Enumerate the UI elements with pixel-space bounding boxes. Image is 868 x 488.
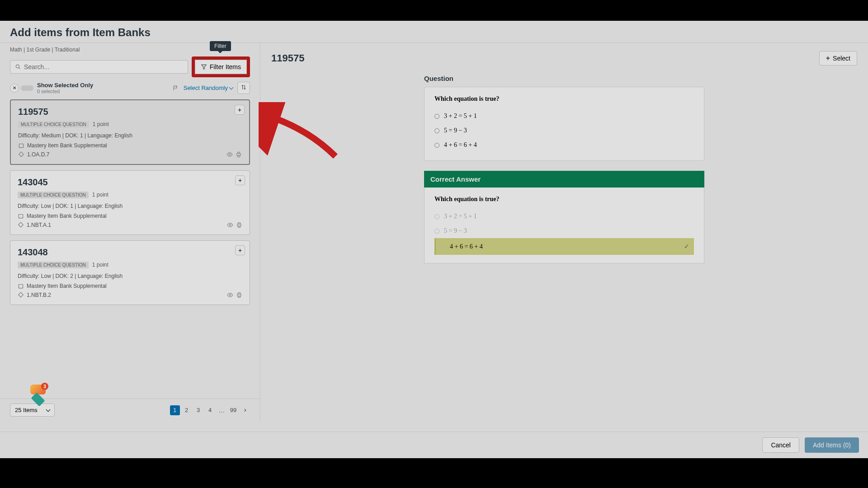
question-text: Which equation is true?	[434, 95, 694, 103]
item-type-badge: MULTIPLE CHOICE QUESTION	[18, 192, 89, 198]
show-selected-toggle[interactable]	[21, 85, 33, 91]
print-icon[interactable]	[236, 222, 242, 228]
pagination-ellipsis: ...	[217, 406, 226, 414]
cancel-button[interactable]: Cancel	[762, 437, 799, 453]
radio-icon	[434, 214, 439, 219]
svg-rect-11	[238, 223, 241, 224]
answer-option: 5 = 9 − 3	[434, 224, 694, 238]
item-id: 143048	[18, 247, 242, 258]
question-box: Which equation is true? 3 + 2 = 5 + 1 5 …	[424, 87, 704, 161]
selected-count: 0 selected	[37, 89, 93, 94]
bank-icon	[18, 142, 24, 149]
question-option[interactable]: 5 = 9 − 3	[434, 123, 694, 138]
item-points: 1 point	[92, 262, 108, 268]
sort-button[interactable]	[237, 82, 250, 94]
radio-icon	[434, 143, 439, 148]
item-meta: Difficulty: Low | DOK: 1 | Language: Eng…	[18, 203, 242, 209]
page-3[interactable]: 3	[193, 405, 203, 415]
svg-rect-5	[237, 154, 241, 156]
svg-point-9	[229, 224, 231, 226]
question-option[interactable]: 4 + 6 = 6 + 4	[434, 138, 694, 152]
select-randomly-dropdown[interactable]: Select Randomly	[184, 84, 233, 91]
tag-icon	[18, 292, 24, 298]
select-item-button[interactable]: + Select	[819, 51, 857, 66]
next-page-button[interactable]	[240, 405, 250, 415]
radio-icon	[434, 114, 439, 119]
question-label: Question	[424, 75, 704, 82]
print-icon[interactable]	[236, 292, 242, 298]
radio-icon	[434, 229, 439, 234]
tag-icon	[18, 222, 24, 228]
page-4[interactable]: 4	[205, 405, 215, 415]
search-input-wrapper[interactable]	[10, 60, 188, 74]
per-page-select[interactable]: 25 Items 3	[10, 404, 55, 417]
eye-icon[interactable]	[227, 222, 233, 228]
radio-icon	[434, 128, 439, 133]
clear-selection-button[interactable]: ✕	[10, 84, 19, 93]
item-card[interactable]: + 143048 MULTIPLE CHOICE QUESTION1 point…	[10, 240, 250, 305]
svg-rect-7	[238, 155, 240, 157]
item-card[interactable]: + 143045 MULTIPLE CHOICE QUESTION1 point…	[10, 170, 250, 235]
chevron-down-icon	[47, 407, 50, 413]
answer-question-text: Which equation is true?	[434, 196, 694, 203]
item-bank: Mastery Item Bank Supplemental	[18, 142, 242, 149]
svg-rect-15	[237, 294, 241, 296]
add-item-button[interactable]: +	[235, 175, 245, 185]
item-bank: Mastery Item Bank Supplemental	[18, 283, 242, 289]
eye-icon[interactable]	[226, 151, 233, 158]
show-selected-label: Show Selected Only	[37, 82, 93, 89]
item-standard: 1.OA.D.7	[27, 151, 49, 158]
answer-option: 3 + 2 = 5 + 1	[434, 209, 694, 224]
item-standard: 1.NBT.B.2	[27, 292, 51, 298]
eye-icon[interactable]	[227, 292, 233, 298]
answer-box: Which equation is true? 3 + 2 = 5 + 1 5 …	[424, 188, 704, 263]
preview-item-id: 119575	[271, 52, 304, 64]
plus-icon: +	[826, 54, 830, 62]
pagination: 1 2 3 4 ... 99	[170, 405, 250, 415]
add-items-button[interactable]: Add Items (0)	[805, 437, 859, 453]
print-icon[interactable]	[236, 151, 242, 158]
filter-icon	[201, 64, 207, 70]
search-input[interactable]	[24, 63, 183, 70]
svg-rect-3	[19, 144, 23, 148]
search-icon	[15, 64, 21, 70]
item-card[interactable]: + 119575 MULTIPLE CHOICE QUESTION1 point…	[10, 99, 250, 165]
item-meta: Difficulty: Medium | DOK: 1 | Language: …	[18, 132, 242, 139]
item-id: 119575	[18, 107, 242, 117]
bank-icon	[18, 213, 24, 219]
item-id: 143045	[18, 177, 242, 188]
svg-rect-6	[238, 152, 240, 154]
page-last[interactable]: 99	[228, 405, 238, 415]
flag-icon	[173, 85, 179, 91]
tag-icon	[18, 151, 24, 158]
radio-icon	[440, 244, 445, 249]
item-type-badge: MULTIPLE CHOICE QUESTION	[18, 262, 89, 268]
svg-line-1	[19, 68, 20, 69]
page-2[interactable]: 2	[182, 405, 192, 415]
breadcrumb: Math | 1st Grade | Traditional	[10, 47, 80, 53]
svg-point-14	[229, 294, 231, 296]
chevron-right-icon	[243, 408, 247, 413]
help-widget[interactable]: 3	[30, 385, 46, 404]
filter-tooltip: Filter	[210, 41, 231, 51]
svg-marker-2	[202, 65, 207, 69]
sort-icon	[241, 84, 247, 90]
svg-rect-13	[19, 285, 23, 288]
svg-rect-12	[238, 226, 241, 227]
bank-icon	[18, 283, 24, 289]
item-standard: 1.NBT.A.1	[27, 222, 51, 228]
item-type-badge: MULTIPLE CHOICE QUESTION	[18, 121, 89, 128]
filter-items-button[interactable]: Filter Items	[195, 60, 247, 74]
item-points: 1 point	[93, 121, 109, 127]
filter-button-label: Filter Items	[210, 63, 241, 70]
svg-point-0	[16, 65, 19, 68]
page-title: Add items from Item Banks	[10, 26, 858, 39]
add-item-button[interactable]: +	[235, 105, 245, 115]
check-icon: ✓	[684, 243, 689, 250]
svg-rect-10	[237, 224, 241, 226]
question-option[interactable]: 3 + 2 = 5 + 1	[434, 109, 694, 123]
chevron-down-icon	[230, 84, 233, 91]
add-item-button[interactable]: +	[235, 245, 245, 255]
item-points: 1 point	[92, 192, 108, 198]
page-1[interactable]: 1	[170, 405, 180, 415]
